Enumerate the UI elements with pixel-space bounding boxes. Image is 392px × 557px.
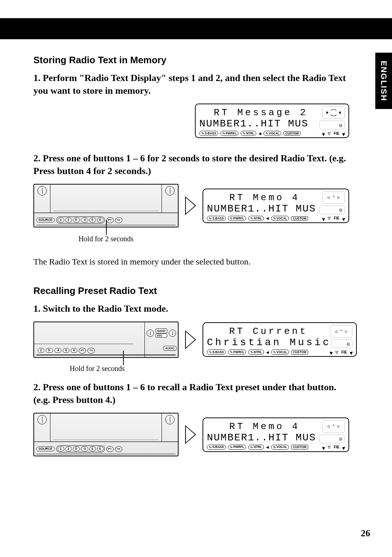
preset-button-5[interactable]: 5: [89, 218, 96, 222]
preset-button-1[interactable]: 1: [58, 218, 64, 222]
lcd2-line1: RT Memo 4: [207, 192, 322, 203]
band-button[interactable]: BAND: [155, 328, 167, 333]
preset-button-4[interactable]: ·4: [81, 447, 88, 451]
lcd-display-4: RT Memo 4 ◁ ⌃ ▷ NUMBER1..HIT MUS ◎ S.BAS…: [203, 417, 349, 452]
dpad-icon: [322, 106, 345, 119]
custom-icon: CUSTOM: [283, 131, 301, 136]
mini-knob-icon: [169, 330, 176, 337]
fie-label: FIE: [334, 132, 339, 136]
preset-button-5[interactable]: 5: [89, 447, 96, 451]
dpad-icon: ◁ ⌃ ▷: [322, 420, 345, 433]
custom-icon: CUSTOM: [291, 350, 308, 355]
lcd3-line1: RT Current: [207, 326, 330, 337]
lcd-status-icons: S.BASS PWRFL NTRL ◀ VOCAL CUSTOM ▽ FIE: [199, 131, 345, 136]
lcd-display-3: RT Current ◁ ⌃ ▷ Christian Music ◎ S.BAS…: [203, 322, 357, 357]
arrow-pointer-icon: [185, 330, 196, 349]
hold-caption-1: Hold for 2 seconds: [33, 235, 179, 243]
pwrfl-icon: PWRFL: [228, 216, 246, 221]
preset-button-5[interactable]: 5: [63, 348, 69, 353]
language-tab: ENGLISH: [375, 53, 392, 109]
preset-button-6[interactable]: 6: [97, 218, 103, 222]
recalling-step-2: 2. Press one of buttons 1 – 6 to recall …: [33, 381, 349, 406]
pwrfl-icon: PWRFL: [228, 350, 246, 355]
preset-button-3[interactable]: 3·: [73, 218, 80, 222]
recalling-step-1: 1. Switch to the Radio Text mode.: [33, 302, 349, 315]
mini-knob-icon: [147, 330, 154, 337]
device-panel-3: SOURCE 1 2 3· ·4 5 6 PT TX: [33, 413, 179, 456]
lcd-display-1: RT Message 2 NUMBER1..HIT MUS ◎ S.BASS P…: [195, 104, 349, 138]
vocal-icon: VOCAL: [271, 216, 289, 221]
page-content: Storing Radio Text in Memory 1. Perform …: [33, 55, 349, 459]
preset-button-3[interactable]: 3·: [73, 447, 80, 451]
tx-button[interactable]: TX: [115, 446, 122, 452]
arrow-pointer-icon: [185, 196, 196, 215]
vocal-icon: VOCAL: [271, 445, 289, 450]
right-knob-icon: [165, 415, 175, 424]
fie-label: FIE: [334, 445, 339, 449]
tx-button[interactable]: TX: [115, 217, 122, 223]
lcd3-line2: Christian Music: [207, 337, 331, 348]
pwrfl-icon: PWRFL: [220, 131, 238, 136]
dpad-icon: ◁ ⌃ ▷: [330, 325, 352, 338]
preset-button-4[interactable]: ·4: [54, 348, 62, 353]
storing-step-2: 2. Press one of buttons 1 – 6 for 2 seco…: [33, 152, 349, 177]
page-number: 26: [361, 528, 370, 539]
source-button[interactable]: SOURCE: [36, 447, 55, 451]
ntrl-icon: NTRL: [248, 350, 264, 355]
lcd1-line2: NUMBER1..HIT MUS: [199, 118, 309, 129]
ntrl-icon: NTRL: [248, 216, 264, 221]
lcd1-line1: RT Message 2: [199, 107, 322, 118]
source-button[interactable]: SOURCE: [36, 218, 55, 222]
preset-button-2[interactable]: 2: [65, 218, 72, 222]
left-knob-icon: [37, 186, 47, 195]
callout-line: [123, 351, 124, 365]
lcd4-line2: NUMBER1..HIT MUS: [207, 432, 316, 443]
header-bar: [0, 18, 392, 39]
preset-group: 1 2 3· ·4 5 6: [56, 217, 105, 223]
ntrl-icon: NTRL: [241, 131, 256, 136]
callout-line: [106, 220, 107, 235]
left-tri-icon: [322, 132, 326, 136]
section-recalling-heading: Recalling Preset Radio Text: [33, 285, 349, 296]
left-knob-icon: [37, 415, 47, 424]
arrow-pointer-icon: [185, 425, 196, 444]
hold-caption-2: Hold for 2 seconds: [70, 364, 125, 373]
preset-button-2[interactable]: 2: [38, 348, 44, 353]
sbass-icon: S.BASS: [207, 350, 226, 355]
sbass-icon: S.BASS: [207, 445, 226, 450]
custom-icon: CUSTOM: [291, 445, 308, 449]
disc-icon: ◎: [319, 121, 345, 129]
preset-button-3[interactable]: 3·: [46, 348, 53, 353]
preset-button-6[interactable]: 6: [97, 447, 103, 451]
vocal-icon: VOCAL: [264, 131, 282, 136]
right-tri-icon: [341, 132, 345, 136]
disc-icon: ◎: [331, 339, 352, 348]
vocal-icon: VOCAL: [271, 350, 289, 355]
dpad-icon: ◁ ⌃ ▷: [322, 191, 345, 204]
tx-button[interactable]: TX: [87, 348, 95, 354]
preset-button-4[interactable]: ·4: [81, 218, 88, 222]
pt-button[interactable]: PT: [106, 446, 114, 452]
disc-icon: ◎: [319, 206, 345, 214]
pt-button[interactable]: PT: [79, 348, 86, 354]
pt-button[interactable]: PT: [106, 217, 114, 223]
sbass-icon: S.BASS: [199, 131, 218, 136]
sbass-icon: S.BASS: [207, 216, 226, 221]
lcd-display-2: RT Memo 4 ◁ ⌃ ▷ NUMBER1..HIT MUS ◎ S.BAS…: [203, 189, 349, 223]
preset-button-6[interactable]: 6: [71, 348, 77, 353]
storing-result-text: The Radio Text is stored in memory under…: [33, 256, 349, 267]
audio-button[interactable]: AUDIO: [163, 346, 176, 351]
preset-button-2[interactable]: 2: [65, 447, 72, 451]
custom-icon: CUSTOM: [291, 216, 308, 221]
device-panel-2: 2 3· ·4 5 6 PT TX BAND: [33, 322, 179, 358]
lcd4-line1: RT Memo 4: [207, 421, 322, 432]
esc-button[interactable]: ESC: [155, 334, 167, 338]
fie-label: FIE: [334, 216, 339, 220]
lcd2-line2: NUMBER1..HIT MUS: [207, 203, 316, 214]
disc-icon: ◎: [319, 435, 345, 443]
storing-step-1: 1. Perform "Radio Text Display" steps 1 …: [33, 72, 349, 97]
preset-button-1[interactable]: 1: [58, 447, 64, 451]
fie-label: FIE: [341, 350, 347, 354]
ntrl-icon: NTRL: [248, 445, 264, 450]
right-knob-icon: [165, 186, 175, 195]
